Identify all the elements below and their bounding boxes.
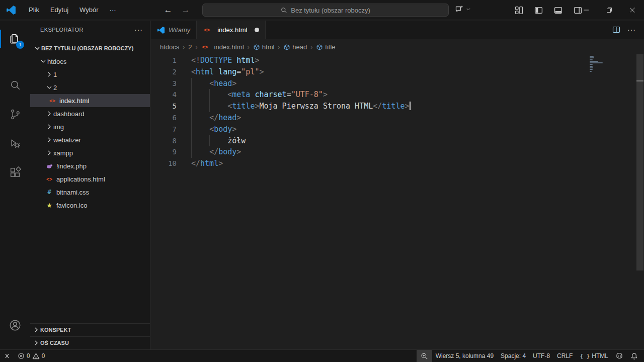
menu-item-wybr[interactable]: Wybór — [74, 4, 104, 16]
tab-index-html[interactable]: <> index.html — [197, 21, 266, 39]
menu-item-edytuj[interactable]: Edytuj — [45, 4, 74, 16]
navigate-back-icon[interactable]: ← — [164, 5, 173, 15]
tree-item-index-html[interactable]: <>index.html — [30, 94, 150, 107]
tree-item-label: xampp — [53, 149, 73, 157]
code-line-10[interactable]: 10</html> — [151, 158, 634, 169]
outline-section[interactable]: KONSPEKT — [30, 323, 150, 336]
explorer-icon[interactable]: 1 — [0, 28, 30, 50]
file-tree: BEZ TYTUŁU (OBSZAR ROBOCZY) htdocs 1 2<>… — [30, 42, 150, 212]
minimap-line — [590, 66, 593, 67]
source-control-icon[interactable] — [0, 103, 30, 125]
html-file-icon: <> — [45, 175, 53, 183]
toggle-panel-icon[interactable] — [550, 3, 566, 18]
breadcrumb-item-html[interactable]: html — [253, 43, 275, 51]
encoding-setting[interactable]: UTF-8 — [529, 350, 553, 362]
problems-indicator[interactable]: 0 0 — [14, 350, 48, 362]
command-center[interactable]: Bez tytułu (obszar roboczy) — [202, 4, 449, 17]
split-editor-icon[interactable] — [612, 26, 620, 34]
cursor-position[interactable]: Wiersz 5, kolumna 49 — [432, 350, 497, 362]
code-line-4[interactable]: 4 <meta charset="UTF-8"> — [151, 89, 634, 101]
tree-item-label: index.html — [59, 97, 89, 105]
unsaved-changes-dot[interactable] — [255, 28, 259, 32]
scrollbar-thumb[interactable] — [636, 54, 643, 270]
code-line-9[interactable]: 9 </body> — [151, 146, 634, 158]
tree-item-xampp[interactable]: xampp — [30, 146, 150, 159]
chevron-right-icon — [45, 110, 53, 118]
tree-item-1[interactable]: 1 — [30, 68, 150, 81]
symbol-icon — [283, 44, 290, 51]
remote-indicator[interactable] — [0, 350, 14, 362]
eol-setting[interactable]: CRLF — [553, 350, 576, 362]
notifications-bell-icon[interactable] — [627, 350, 644, 362]
code-line-5[interactable]: 5 <title>Moja Pierwsza Strona HTML</titl… — [151, 101, 634, 112]
symbol-icon — [253, 44, 260, 51]
breadcrumb-item-title[interactable]: title — [316, 43, 335, 51]
run-debug-icon[interactable] — [0, 132, 30, 154]
line-number: 1 — [151, 55, 177, 66]
code-editor[interactable]: 1<!DOCTYPE html>2<html lang="pl">3 <head… — [151, 55, 634, 169]
restore-button[interactable] — [598, 0, 621, 20]
title-bar: PlikEdytujWybór··· ← → Bez tytułu (obsza… — [0, 0, 644, 20]
extensions-icon[interactable] — [0, 161, 30, 184]
breadcrumb-item-2[interactable]: 2 — [188, 43, 192, 51]
tree-item-favicon-ico[interactable]: ★favicon.ico — [30, 199, 150, 212]
breadcrumb-separator-icon: › — [248, 44, 250, 51]
editor-more-actions-icon[interactable]: ··· — [627, 26, 636, 34]
tree-item-bitnami-css[interactable]: #bitnami.css — [30, 186, 150, 199]
vscode-logo-icon — [157, 26, 165, 34]
timeline-section[interactable]: OŚ CZASU — [30, 336, 150, 349]
menu-item-[interactable]: ··· — [104, 4, 122, 16]
line-number: 6 — [151, 112, 177, 124]
tree-item-applications-html[interactable]: <>applications.html — [30, 172, 150, 186]
toggle-primary-sidebar-icon[interactable] — [531, 3, 546, 18]
copilot-status-icon[interactable] — [612, 350, 627, 362]
search-view-icon[interactable] — [0, 74, 30, 96]
tree-item-label: webalizer — [53, 136, 81, 144]
chevron-down-icon — [33, 44, 41, 52]
code-line-2[interactable]: 2<html lang="pl"> — [151, 66, 634, 78]
close-window-button[interactable] — [621, 0, 644, 20]
chevron-right-icon — [45, 136, 53, 144]
breadcrumb-item-index-html[interactable]: <>index.html — [201, 43, 244, 51]
navigate-forward-icon[interactable]: → — [182, 5, 190, 15]
tree-item-webalizer[interactable]: webalizer — [30, 133, 150, 146]
zoom-indicator[interactable] — [417, 350, 432, 362]
tree-item--index-php[interactable]: !index.php — [30, 159, 150, 172]
explorer-more-actions-icon[interactable]: ··· — [134, 26, 143, 34]
tree-item-bez-tytu-u--obszar-roboczy-[interactable]: BEZ TYTUŁU (OBSZAR ROBOCZY) — [30, 42, 150, 55]
indentation-setting[interactable]: Spacje: 4 — [497, 350, 529, 362]
breadcrumb-item-htdocs[interactable]: htdocs — [160, 43, 179, 51]
minimap[interactable] — [590, 56, 630, 72]
editor-group: Witamy <> index.html ··· htdocs›2›<>inde… — [151, 21, 644, 349]
breadcrumb-item-head[interactable]: head — [283, 43, 307, 51]
minimap-line — [590, 64, 593, 65]
code-line-3[interactable]: 3 <head> — [151, 78, 634, 89]
overview-ruler-cursor-mark — [636, 80, 643, 81]
code-text: </head> — [191, 112, 241, 124]
editor-scrollbar[interactable] — [636, 54, 644, 349]
code-line-1[interactable]: 1<!DOCTYPE html> — [151, 55, 634, 66]
accounts-icon[interactable] — [0, 314, 30, 336]
code-text: <body> — [191, 124, 236, 135]
code-line-8[interactable]: 8 żółw — [151, 135, 634, 147]
errors-count: 0 — [27, 352, 30, 359]
language-mode[interactable]: { } HTML — [576, 350, 612, 362]
zoom-in-icon — [421, 352, 428, 360]
tree-item-img[interactable]: img — [30, 120, 150, 133]
minimize-button[interactable] — [575, 0, 598, 20]
tab-witamy[interactable]: Witamy — [151, 21, 197, 39]
language-label: HTML — [592, 352, 608, 359]
tree-item-label: bitnami.css — [56, 189, 89, 196]
minimap-line — [590, 69, 593, 70]
customize-layout-icon[interactable] — [511, 3, 526, 18]
breadcrumb-separator-icon: › — [183, 44, 185, 51]
chevron-right-icon — [45, 70, 53, 78]
tree-item-2[interactable]: 2 — [30, 81, 150, 94]
code-line-6[interactable]: 6 </head> — [151, 112, 634, 124]
copilot-button[interactable] — [454, 4, 471, 14]
menu-item-plik[interactable]: Plik — [23, 4, 45, 16]
tree-item-htdocs[interactable]: htdocs — [30, 55, 150, 68]
code-line-7[interactable]: 7 <body> — [151, 124, 634, 135]
tree-item-label: !index.php — [56, 162, 87, 170]
tree-item-dashboard[interactable]: dashboard — [30, 107, 150, 120]
